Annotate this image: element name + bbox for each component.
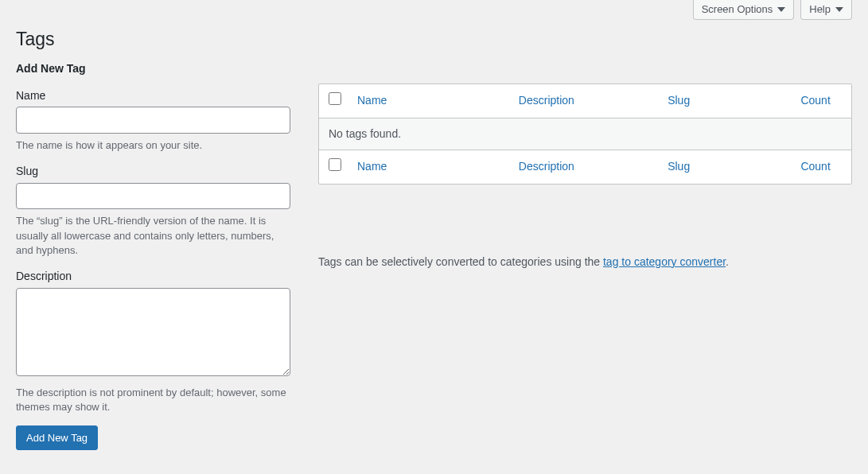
converter-note: Tags can be selectively converted to cat…	[318, 254, 852, 270]
slug-help: The “slug” is the URL-friendly version o…	[16, 214, 290, 258]
form-title: Add New Tag	[16, 61, 290, 77]
slug-label: Slug	[16, 164, 290, 180]
slug-input[interactable]	[16, 183, 290, 210]
name-input[interactable]	[16, 107, 290, 134]
screen-options-button[interactable]: Screen Options	[693, 0, 795, 20]
page-title: Tags	[16, 26, 852, 52]
column-count-footer[interactable]: Count	[800, 160, 830, 173]
caret-down-icon	[835, 7, 843, 12]
description-textarea[interactable]	[16, 288, 290, 377]
converter-prefix: Tags can be selectively converted to cat…	[318, 255, 603, 268]
name-field-wrapper: Name The name is how it appears on your …	[16, 88, 290, 153]
column-description-footer[interactable]: Description	[519, 160, 574, 173]
column-description-header[interactable]: Description	[519, 94, 574, 107]
column-name-header[interactable]: Name	[357, 94, 387, 107]
column-name-footer[interactable]: Name	[357, 160, 387, 173]
name-help: The name is how it appears on your site.	[16, 138, 290, 153]
column-count-header[interactable]: Count	[800, 94, 830, 107]
caret-down-icon	[777, 7, 785, 12]
column-slug-header[interactable]: Slug	[668, 94, 690, 107]
table-row-empty: No tags found.	[319, 118, 851, 150]
help-button[interactable]: Help	[800, 0, 852, 20]
description-help: The description is not prominent by defa…	[16, 386, 290, 414]
add-new-tag-button[interactable]: Add New Tag	[16, 425, 98, 450]
tags-table: Name Description Slug Count No tags foun…	[318, 84, 852, 185]
select-all-top-checkbox[interactable]	[329, 92, 341, 105]
select-all-bottom-checkbox[interactable]	[329, 158, 341, 171]
name-label: Name	[16, 88, 290, 104]
converter-suffix: .	[726, 255, 729, 268]
column-slug-footer[interactable]: Slug	[668, 160, 690, 173]
help-label: Help	[809, 3, 831, 15]
screen-options-label: Screen Options	[702, 3, 773, 15]
add-tag-form: Add New Tag Name The name is how it appe…	[16, 61, 290, 450]
description-label: Description	[16, 269, 290, 285]
description-field-wrapper: Description The description is not promi…	[16, 269, 290, 414]
no-tags-message: No tags found.	[319, 118, 851, 150]
slug-field-wrapper: Slug The “slug” is the URL-friendly vers…	[16, 164, 290, 258]
tag-to-category-link[interactable]: tag to category converter	[603, 255, 726, 268]
